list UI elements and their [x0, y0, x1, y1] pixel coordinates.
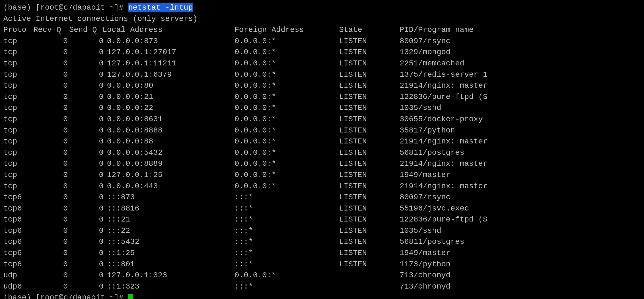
header-sendq: Send-Q	[67, 24, 102, 36]
cell-state: LISTEN	[339, 214, 400, 225]
cell-foreign: 0.0.0.0:*	[234, 114, 339, 125]
cell-proto: tcp	[3, 158, 31, 170]
cell-proto: tcp	[3, 69, 31, 81]
cell-pid: 713/chronyd	[400, 281, 451, 292]
cell-sendq: 0	[67, 203, 102, 214]
cell-local: :::22	[102, 225, 234, 237]
header-local: Local Address	[102, 24, 234, 36]
cell-pid: 1035/sshd	[400, 225, 441, 237]
cell-local: 0.0.0.0:8888	[102, 125, 234, 136]
cell-recvq: 0	[31, 114, 67, 125]
cell-sendq: 0	[67, 80, 102, 92]
bottom-prompt-text: (base) [root@c7dapaoit ~]#	[3, 293, 128, 299]
cell-recvq: 0	[31, 225, 67, 237]
cell-pid: 35817/python	[400, 125, 455, 136]
cell-local: :::801	[102, 259, 234, 270]
cell-local: :::5432	[102, 236, 234, 248]
cell-sendq: 0	[67, 125, 102, 136]
cell-recvq: 0	[31, 236, 67, 248]
cell-state: LISTEN	[339, 158, 400, 170]
cell-proto: tcp6	[3, 214, 31, 225]
cell-recvq: 0	[31, 248, 67, 259]
cell-pid: 21914/nginx: master	[400, 158, 487, 170]
cell-pid: 1949/master	[400, 170, 451, 181]
cell-proto: tcp	[3, 114, 31, 125]
table-row: tcp 0 0 0.0.0.0:8889 0.0.0.0:* LISTEN 21…	[3, 158, 641, 170]
cell-pid: 1949/master	[400, 248, 451, 259]
cell-proto: tcp6	[3, 259, 31, 270]
cell-recvq: 0	[31, 125, 67, 136]
cell-proto: tcp	[3, 92, 31, 103]
cell-pid: 56811/postgres	[400, 147, 464, 159]
table-row: tcp6 0 0 ::1:25 :::* LISTEN 1949/master	[3, 248, 641, 259]
cell-state: LISTEN	[339, 125, 400, 136]
cell-recvq: 0	[31, 192, 67, 203]
header-foreign: Foreign Address	[234, 24, 339, 36]
cell-recvq: 0	[31, 281, 67, 292]
cell-pid: 56811/postgres	[400, 236, 464, 248]
cell-sendq: 0	[67, 170, 102, 181]
table-row: tcp6 0 0 :::8816 :::* LISTEN 55196/jsvc.…	[3, 203, 641, 214]
cell-sendq: 0	[67, 158, 102, 170]
cell-proto: tcp	[3, 36, 31, 47]
cell-recvq: 0	[31, 203, 67, 214]
table-row: tcp 0 0 0.0.0.0:80 0.0.0.0:* LISTEN 2191…	[3, 80, 641, 92]
cell-proto: udp6	[3, 281, 31, 292]
cell-sendq: 0	[67, 103, 102, 114]
cell-foreign: :::*	[234, 225, 339, 237]
cell-local: 0.0.0.0:873	[102, 36, 234, 47]
cell-foreign: 0.0.0.0:*	[234, 80, 339, 92]
cell-foreign: 0.0.0.0:*	[234, 181, 339, 192]
cell-sendq: 0	[67, 259, 102, 270]
cell-local: 127.0.0.1:27017	[102, 47, 234, 58]
cell-sendq: 0	[67, 214, 102, 225]
table-row: udp 0 0 127.0.0.1:323 0.0.0.0:* 713/chro…	[3, 270, 641, 281]
cell-proto: tcp	[3, 58, 31, 69]
cell-state: LISTEN	[339, 103, 400, 114]
cell-proto: tcp6	[3, 203, 31, 214]
cell-foreign: 0.0.0.0:*	[234, 36, 339, 47]
table-row: tcp 0 0 0.0.0.0:22 0.0.0.0:* LISTEN 1035…	[3, 103, 641, 114]
cell-state: LISTEN	[339, 192, 400, 203]
cell-proto: tcp	[3, 136, 31, 147]
cell-state: LISTEN	[339, 69, 400, 81]
cell-state	[339, 281, 400, 292]
cell-pid: 80097/rsync	[400, 192, 451, 203]
cell-state: LISTEN	[339, 259, 400, 270]
cell-foreign: 0.0.0.0:*	[234, 69, 339, 81]
table-row: tcp6 0 0 :::22 :::* LISTEN 1035/sshd	[3, 225, 641, 237]
cell-proto: tcp	[3, 125, 31, 136]
table-row: udp6 0 0 ::1:323 :::* 713/chronyd	[3, 281, 641, 292]
cell-proto: tcp	[3, 103, 31, 114]
cell-state: LISTEN	[339, 170, 400, 181]
cell-sendq: 0	[67, 36, 102, 47]
cell-recvq: 0	[31, 58, 67, 69]
cell-sendq: 0	[67, 147, 102, 159]
cell-pid: 21914/nginx: master	[400, 181, 487, 192]
cell-sendq: 0	[67, 248, 102, 259]
cell-sendq: 0	[67, 236, 102, 248]
cell-foreign: :::*	[234, 248, 339, 259]
cell-recvq: 0	[31, 170, 67, 181]
cell-sendq: 0	[67, 281, 102, 292]
table-row: tcp 0 0 0.0.0.0:873 0.0.0.0:* LISTEN 800…	[3, 36, 641, 47]
cell-state: LISTEN	[339, 136, 400, 147]
cell-proto: tcp	[3, 147, 31, 159]
header-recvq: Recv-Q	[31, 24, 67, 36]
cell-pid: 2251/memcached	[400, 58, 464, 69]
cell-sendq: 0	[67, 114, 102, 125]
cell-local: 0.0.0.0:8631	[102, 114, 234, 125]
cell-foreign: 0.0.0.0:*	[234, 270, 339, 281]
cell-local: 127.0.0.1:11211	[102, 58, 234, 69]
cell-sendq: 0	[67, 136, 102, 147]
cell-pid: 122836/pure-ftpd (S	[400, 214, 487, 225]
cell-local: 127.0.0.1:6379	[102, 69, 234, 81]
cell-sendq: 0	[67, 225, 102, 237]
cell-pid: 21914/nginx: master	[400, 80, 487, 92]
cell-foreign: 0.0.0.0:*	[234, 58, 339, 69]
cell-recvq: 0	[31, 181, 67, 192]
cell-recvq: 0	[31, 136, 67, 147]
cell-local: :::21	[102, 214, 234, 225]
cell-foreign: 0.0.0.0:*	[234, 47, 339, 58]
header-state: State	[339, 24, 400, 36]
